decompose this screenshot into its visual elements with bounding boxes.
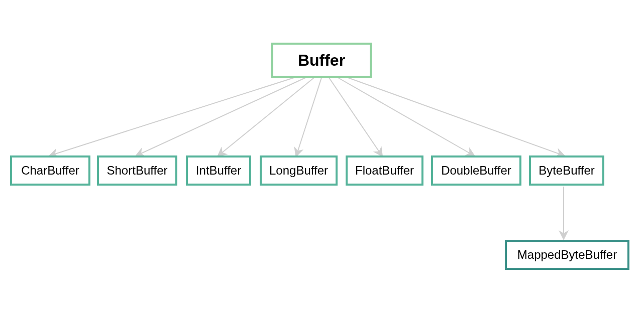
node-label: CharBuffer	[21, 164, 79, 178]
node-label: IntBuffer	[196, 164, 241, 178]
node-label: Buffer	[298, 51, 345, 70]
node-floatbuffer: FloatBuffer	[346, 155, 423, 186]
node-label: ShortBuffer	[107, 164, 168, 178]
node-intbuffer: IntBuffer	[186, 155, 251, 186]
node-label: ByteBuffer	[539, 164, 595, 178]
node-label: DoubleBuffer	[441, 164, 511, 178]
svg-line-5	[338, 78, 474, 155]
svg-line-1	[137, 78, 305, 155]
node-label: FloatBuffer	[355, 164, 414, 178]
node-shortbuffer: ShortBuffer	[97, 155, 177, 186]
node-mappedbytebuffer: MappedByteBuffer	[505, 240, 629, 270]
node-doublebuffer: DoubleBuffer	[431, 155, 521, 186]
svg-line-0	[50, 78, 294, 155]
node-charbuffer: CharBuffer	[10, 155, 90, 186]
svg-line-3	[296, 78, 321, 155]
node-bytebuffer: ByteBuffer	[529, 155, 604, 186]
svg-line-4	[329, 78, 382, 155]
svg-line-6	[348, 78, 564, 155]
node-label: MappedByteBuffer	[517, 248, 617, 262]
node-label: LongBuffer	[269, 164, 328, 178]
node-longbuffer: LongBuffer	[260, 155, 338, 186]
node-buffer: Buffer	[271, 43, 372, 78]
svg-line-2	[219, 78, 314, 155]
